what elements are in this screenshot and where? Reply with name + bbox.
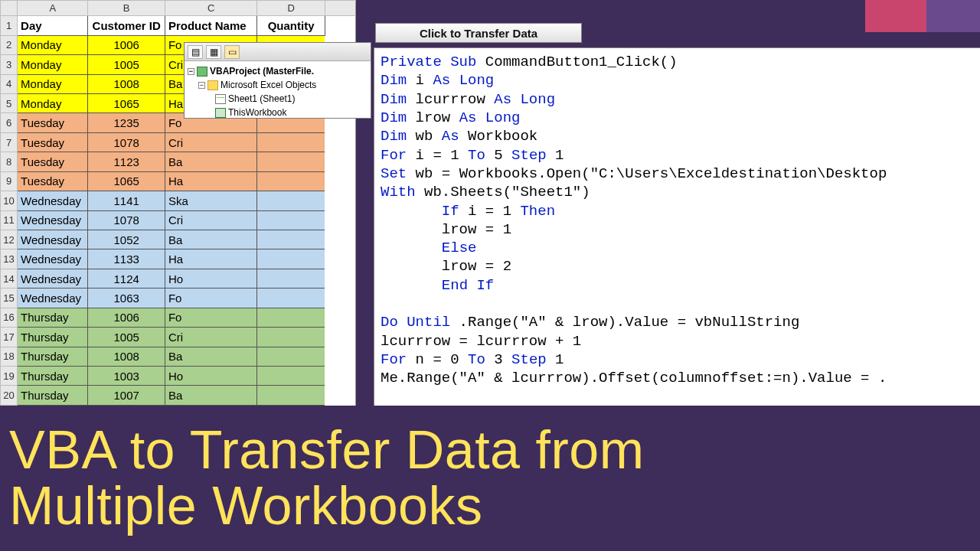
cell-qty[interactable] bbox=[257, 152, 325, 171]
collapse-icon[interactable]: − bbox=[198, 82, 205, 89]
cell-product[interactable]: Ba bbox=[165, 386, 257, 406]
vbe-project-explorer[interactable]: ▤ ▦ ▭ − VBAProject (MasterFile. − Micros… bbox=[184, 42, 371, 119]
cell-qty[interactable] bbox=[257, 289, 325, 308]
cell-day[interactable]: Wednesday bbox=[18, 249, 88, 269]
cell-day[interactable]: Monday bbox=[18, 74, 88, 93]
cell-day[interactable]: Wednesday bbox=[18, 269, 88, 288]
row-number[interactable]: 17 bbox=[1, 328, 18, 347]
objects-folder[interactable]: − Microsoft Excel Objects bbox=[188, 78, 369, 92]
cell-qty[interactable] bbox=[257, 230, 325, 249]
cell-customer[interactable]: 1063 bbox=[88, 289, 165, 308]
cell-day[interactable]: Monday bbox=[18, 35, 88, 54]
collapse-icon[interactable]: − bbox=[188, 68, 194, 75]
row-number[interactable]: 19 bbox=[1, 366, 18, 385]
cell-customer[interactable]: 1005 bbox=[88, 55, 165, 74]
cell-product[interactable]: Ha bbox=[165, 249, 257, 269]
cell-customer[interactable]: 1065 bbox=[88, 94, 165, 113]
row-number[interactable]: 7 bbox=[1, 132, 18, 152]
cell-customer[interactable]: 1005 bbox=[88, 328, 165, 347]
row-number[interactable]: 9 bbox=[1, 171, 18, 191]
cell-customer[interactable]: 1078 bbox=[88, 132, 165, 152]
cell-day[interactable]: Wednesday bbox=[18, 210, 88, 230]
cell-customer[interactable]: 1078 bbox=[88, 210, 165, 230]
col-b-header[interactable]: B bbox=[88, 1, 165, 16]
cell-customer[interactable]: 1008 bbox=[88, 74, 165, 93]
col-d-header[interactable]: D bbox=[257, 1, 325, 16]
col-a-header[interactable]: A bbox=[18, 1, 88, 16]
cell-product[interactable]: Ha bbox=[165, 171, 257, 191]
cell-product[interactable]: Fo bbox=[165, 289, 257, 308]
cell-product[interactable]: Ba bbox=[165, 230, 257, 249]
cell-product[interactable]: Ba bbox=[165, 152, 257, 171]
cell-day[interactable]: Monday bbox=[18, 55, 88, 74]
cell-qty[interactable] bbox=[257, 249, 325, 269]
cell-qty[interactable] bbox=[257, 210, 325, 230]
vba-code-pane[interactable]: Private Sub CommandButton1_Click() Dim i… bbox=[374, 47, 980, 406]
cell-product[interactable]: Cri bbox=[165, 210, 257, 230]
cell-qty[interactable] bbox=[257, 132, 325, 152]
row-number[interactable]: 5 bbox=[1, 94, 18, 113]
cell-qty[interactable] bbox=[257, 366, 325, 385]
row-number[interactable]: 10 bbox=[1, 191, 18, 210]
row-number[interactable]: 11 bbox=[1, 210, 18, 230]
cell-day[interactable]: Thursday bbox=[18, 308, 88, 327]
cell-day[interactable]: Wednesday bbox=[18, 230, 88, 249]
row-number[interactable]: 15 bbox=[1, 289, 18, 308]
cell-customer[interactable]: 1133 bbox=[88, 249, 165, 269]
workbook-node[interactable]: ThisWorkbook bbox=[188, 106, 369, 119]
row-number[interactable]: 4 bbox=[1, 74, 18, 93]
cell-customer[interactable]: 1141 bbox=[88, 191, 165, 210]
row-number[interactable]: 14 bbox=[1, 269, 18, 288]
cell-day[interactable]: Wednesday bbox=[18, 289, 88, 308]
cell-product[interactable]: Ba bbox=[165, 347, 257, 366]
toggle-folders-icon[interactable]: ▭ bbox=[224, 45, 240, 59]
row-number[interactable]: 3 bbox=[1, 55, 18, 74]
cell-day[interactable]: Thursday bbox=[18, 366, 88, 385]
row-number[interactable]: 12 bbox=[1, 230, 18, 249]
sheet-node[interactable]: Sheet1 (Sheet1) bbox=[188, 92, 369, 106]
cell-qty[interactable] bbox=[257, 308, 325, 327]
cell-product[interactable]: Cri bbox=[165, 328, 257, 347]
cell-qty[interactable] bbox=[257, 347, 325, 366]
view-object-icon[interactable]: ▦ bbox=[206, 45, 221, 59]
cell-product[interactable]: Ska bbox=[165, 191, 257, 210]
cell-customer[interactable]: 1008 bbox=[88, 347, 165, 366]
row-number[interactable]: 20 bbox=[1, 386, 18, 406]
cell-customer[interactable]: 1065 bbox=[88, 171, 165, 191]
cell-customer[interactable]: 1006 bbox=[88, 308, 165, 327]
cell-customer[interactable]: 1124 bbox=[88, 269, 165, 288]
cell-product[interactable]: Ho bbox=[165, 269, 257, 288]
project-tree[interactable]: − VBAProject (MasterFile. − Microsoft Ex… bbox=[185, 61, 371, 122]
row-number[interactable]: 8 bbox=[1, 152, 18, 171]
cell-day[interactable]: Thursday bbox=[18, 347, 88, 366]
view-code-icon[interactable]: ▤ bbox=[188, 45, 203, 59]
row-number[interactable]: 13 bbox=[1, 249, 18, 269]
header-quantity[interactable]: Quantity bbox=[257, 16, 325, 35]
header-product[interactable]: Product Name bbox=[165, 16, 257, 35]
cell-customer[interactable]: 1006 bbox=[88, 35, 165, 54]
header-day[interactable]: Day bbox=[18, 16, 88, 35]
header-customer[interactable]: Customer ID bbox=[88, 16, 165, 35]
cell-day[interactable]: Tuesday bbox=[18, 171, 88, 191]
cell-product[interactable]: Ho bbox=[165, 366, 257, 385]
row-number[interactable]: 2 bbox=[1, 35, 18, 54]
cell-day[interactable]: Tuesday bbox=[18, 132, 88, 152]
col-c-header[interactable]: C bbox=[165, 1, 257, 16]
cell-qty[interactable] bbox=[257, 328, 325, 347]
cell-customer[interactable]: 1007 bbox=[88, 386, 165, 406]
row-number[interactable]: 6 bbox=[1, 113, 18, 132]
cell-qty[interactable] bbox=[257, 386, 325, 406]
transfer-data-button[interactable]: Click to Transfer Data bbox=[375, 23, 582, 43]
cell-day[interactable]: Monday bbox=[18, 94, 88, 113]
cell-qty[interactable] bbox=[257, 191, 325, 210]
project-node[interactable]: − VBAProject (MasterFile. bbox=[188, 64, 369, 78]
cell-customer[interactable]: 1003 bbox=[88, 366, 165, 385]
cell-day[interactable]: Tuesday bbox=[18, 152, 88, 171]
cell-day[interactable]: Thursday bbox=[18, 386, 88, 406]
cell-qty[interactable] bbox=[257, 171, 325, 191]
cell-day[interactable]: Tuesday bbox=[18, 113, 88, 132]
cell-product[interactable]: Cri bbox=[165, 132, 257, 152]
cell-product[interactable]: Fo bbox=[165, 308, 257, 327]
row-number[interactable]: 16 bbox=[1, 308, 18, 327]
cell-customer[interactable]: 1052 bbox=[88, 230, 165, 249]
